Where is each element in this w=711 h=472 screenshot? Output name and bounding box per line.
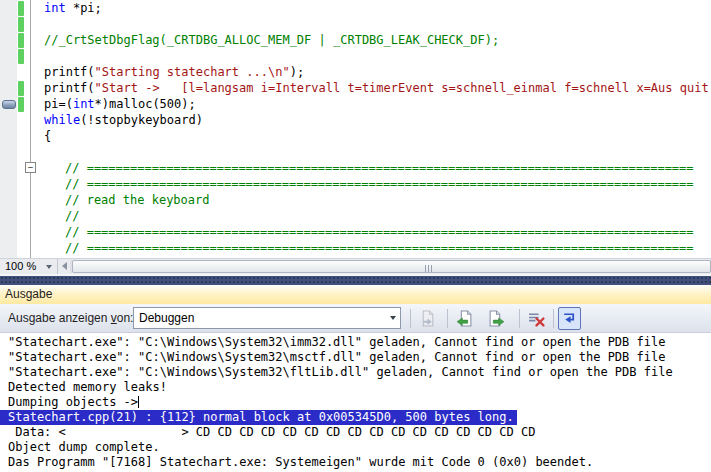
output-line[interactable]: "Statechart.exe": "C:\Windows\System32\m…	[0, 350, 711, 365]
editor-zoom-value: 100 %	[5, 260, 36, 272]
code-line[interactable]: {	[44, 128, 51, 144]
code-line[interactable]: // =====================================…	[65, 160, 694, 176]
change-indicator	[18, 97, 24, 112]
panel-splitter[interactable]	[0, 276, 711, 285]
editor-scroll-row: 100 %	[0, 258, 711, 274]
code-line[interactable]: printf("Starting statechart ...\n");	[44, 64, 304, 80]
chevron-down-icon	[46, 265, 52, 269]
combobox-dropdown-button[interactable]	[385, 308, 400, 328]
previous-message-button[interactable]	[453, 307, 476, 330]
code-line[interactable]: // =====================================…	[65, 224, 694, 240]
horizontal-scrollbar-thumb[interactable]	[72, 260, 711, 273]
toolbar-separator	[519, 309, 520, 328]
next-message-icon	[488, 310, 505, 327]
change-indicator	[18, 17, 24, 32]
output-line[interactable]: Detected memory leaks!	[0, 380, 711, 395]
change-indicator	[18, 49, 24, 64]
text-caret	[138, 396, 139, 408]
code-editor[interactable]: − int *pi;//_CrtSetDbgFlag(_CRTDBG_ALLOC…	[0, 0, 711, 258]
output-line[interactable]: Object dump complete.	[0, 440, 711, 455]
output-line[interactable]: Data: < > CD CD CD CD CD CD CD CD CD CD …	[0, 425, 711, 440]
word-wrap-icon	[561, 310, 578, 327]
toolbar-separator	[447, 309, 448, 328]
code-line[interactable]: //_CrtSetDbgFlag(_CRTDBG_ALLOC_MEM_DF | …	[44, 32, 499, 48]
code-line[interactable]: // read the keyboard	[65, 192, 210, 208]
code-line[interactable]: printf("Start -> [l=langsam i=Intervall …	[44, 80, 709, 96]
output-line-selected[interactable]: Statechart.cpp(21) : {112} normal block …	[0, 410, 517, 425]
clear-all-button[interactable]	[525, 307, 548, 330]
show-output-from-label: Ausgabe anzeigen von:	[8, 304, 133, 333]
toolbar-separator	[553, 309, 554, 328]
change-indicator	[18, 33, 24, 48]
code-line[interactable]: // =====================================…	[65, 176, 694, 192]
output-text-area[interactable]: "Statechart.exe": "C:\Windows\System32\i…	[0, 333, 711, 472]
visual-studio-window: − int *pi;//_CrtSetDbgFlag(_CRTDBG_ALLOC…	[0, 0, 711, 472]
code-line[interactable]: pi=(int*)malloc(500);	[44, 96, 196, 112]
change-indicator	[18, 1, 24, 16]
editor-indicator-margin[interactable]	[0, 0, 17, 258]
scrollbar-grip-icon	[425, 265, 433, 272]
collapse-region-button[interactable]: −	[25, 162, 36, 173]
output-source-combobox[interactable]: Debuggen	[133, 307, 401, 329]
change-indicator	[18, 81, 24, 96]
next-message-button[interactable]	[485, 307, 508, 330]
scroll-left-button[interactable]	[62, 262, 67, 270]
output-toolbar: Ausgabe anzeigen von: Debuggen	[0, 304, 711, 333]
find-message-in-code-icon	[419, 310, 436, 327]
previous-message-icon	[456, 310, 473, 327]
code-line[interactable]: //	[65, 208, 79, 224]
clear-all-icon	[528, 310, 545, 327]
editor-zoom-combobox[interactable]: 100 %	[0, 259, 58, 274]
code-line[interactable]: int *pi;	[44, 0, 102, 16]
output-panel-titlebar[interactable]: Ausgabe	[0, 285, 711, 304]
word-wrap-toggle-button[interactable]	[558, 307, 581, 330]
outlining-margin-line	[30, 0, 31, 258]
code-line[interactable]: while(!stopbykeyboard)	[44, 112, 203, 128]
output-line[interactable]: "Statechart.exe": "C:\Windows\System32\f…	[0, 365, 711, 380]
output-source-value: Debuggen	[139, 308, 194, 328]
output-line[interactable]: Das Programm "[7168] Statechart.exe: Sys…	[0, 455, 711, 470]
output-panel-title: Ausgabe	[5, 287, 52, 301]
bookmark-icon	[2, 100, 16, 109]
chevron-down-icon	[390, 316, 396, 320]
output-line[interactable]: "Statechart.exe": "C:\Windows\System32\i…	[0, 335, 711, 350]
output-line[interactable]: Dumping objects ->	[0, 395, 711, 410]
toolbar-separator	[410, 309, 411, 328]
find-message-in-code-button[interactable]	[416, 307, 439, 330]
code-line[interactable]: // =====================================…	[65, 240, 694, 256]
